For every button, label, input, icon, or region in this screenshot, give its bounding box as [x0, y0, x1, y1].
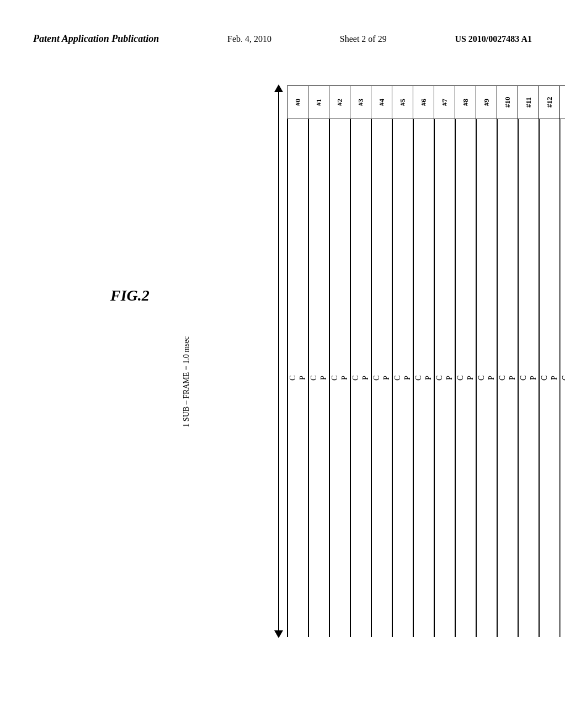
publication-title: Patent Application Publication — [33, 33, 159, 45]
slot-cells-5: CP — [392, 119, 413, 637]
cell-c-6: C — [413, 119, 424, 637]
arrow-line — [278, 85, 279, 637]
slot-2: #2CP — [329, 85, 350, 637]
slot-number-0: #0 — [287, 85, 308, 119]
slot-cells-10: CP — [497, 119, 518, 637]
cell-c-5: C — [392, 119, 403, 637]
cell-c-12: C — [539, 119, 550, 637]
patent-number: US 2010/0027483 A1 — [455, 34, 532, 44]
slot-cells-2: CP — [329, 119, 350, 637]
subframe-label: 1 SUB – FRAME = 1.0 msec — [182, 336, 191, 427]
publication-date: Feb. 4, 2010 — [227, 34, 271, 44]
cell-c-10: C — [497, 119, 508, 637]
cell-p-4: P — [382, 119, 392, 637]
slot-4: #4CP — [371, 85, 392, 637]
slot-cells-6: CP — [413, 119, 434, 637]
slot-cells-8: CP — [455, 119, 476, 637]
slot-cells-13: CP — [560, 119, 565, 637]
slot-6: #6CP — [413, 85, 434, 637]
slot-0: #0CP — [287, 85, 308, 637]
slot-number-2: #2 — [329, 85, 350, 119]
cell-c-4: C — [371, 119, 382, 637]
slot-number-13: #13 — [560, 85, 565, 119]
cell-c-0: C — [287, 119, 298, 637]
cell-p-2: P — [340, 119, 350, 637]
slot-number-5: #5 — [392, 85, 413, 119]
header: Patent Application Publication Feb. 4, 2… — [0, 33, 565, 45]
slot-12: #12CP — [539, 85, 559, 637]
figure-label: FIG.2 — [110, 287, 150, 304]
vertical-arrow — [270, 85, 287, 637]
slot-number-1: #1 — [308, 85, 329, 119]
cell-p-10: P — [508, 119, 518, 637]
slot-8: #8CP — [455, 85, 476, 637]
cell-c-11: C — [518, 119, 529, 637]
cell-c-2: C — [329, 119, 340, 637]
cell-c-1: C — [308, 119, 319, 637]
slot-number-9: #9 — [476, 85, 497, 119]
cell-p-7: P — [445, 119, 455, 637]
slot-cells-7: CP — [434, 119, 455, 637]
slot-13: #13CP — [559, 85, 565, 637]
cell-c-9: C — [476, 119, 487, 637]
slot-9: #9CP — [476, 85, 497, 637]
cell-p-9: P — [487, 119, 497, 637]
slot-cells-0: CP — [287, 119, 308, 637]
slot-cells-9: CP — [476, 119, 497, 637]
slot-cells-3: CP — [350, 119, 371, 637]
cell-c-7: C — [434, 119, 445, 637]
slot-10: #10CP — [497, 85, 518, 637]
cell-p-8: P — [466, 119, 476, 637]
frame-grid: #0CP#1CP#2CP#3CP#4CP#5CP#6CP#7CP#8CP#9CP… — [287, 85, 565, 637]
slot-5: #5CP — [392, 85, 413, 637]
slot-number-10: #10 — [497, 85, 518, 119]
cell-c-3: C — [350, 119, 361, 637]
slot-1: #1CP — [308, 85, 329, 637]
cell-p-12: P — [550, 119, 559, 637]
slot-number-6: #6 — [413, 85, 434, 119]
slot-cells-4: CP — [371, 119, 392, 637]
cell-p-3: P — [361, 119, 371, 637]
slot-number-4: #4 — [371, 85, 392, 119]
slot-number-11: #11 — [518, 85, 539, 119]
cell-p-6: P — [424, 119, 434, 637]
slot-number-8: #8 — [455, 85, 476, 119]
cell-p-1: P — [319, 119, 329, 637]
slot-number-3: #3 — [350, 85, 371, 119]
slot-11: #11CP — [518, 85, 539, 637]
slot-cells-1: CP — [308, 119, 329, 637]
cell-p-11: P — [529, 119, 539, 637]
slot-7: #7CP — [434, 85, 455, 637]
cell-c-13: C — [560, 119, 565, 637]
cell-p-0: P — [298, 119, 308, 637]
slot-number-7: #7 — [434, 85, 455, 119]
slot-number-12: #12 — [539, 85, 559, 119]
slot-3: #3CP — [350, 85, 371, 637]
slot-cells-11: CP — [518, 119, 539, 637]
slot-cells-12: CP — [539, 119, 559, 637]
cell-p-5: P — [403, 119, 413, 637]
cell-c-8: C — [455, 119, 466, 637]
sheet-info: Sheet 2 of 29 — [340, 34, 387, 44]
